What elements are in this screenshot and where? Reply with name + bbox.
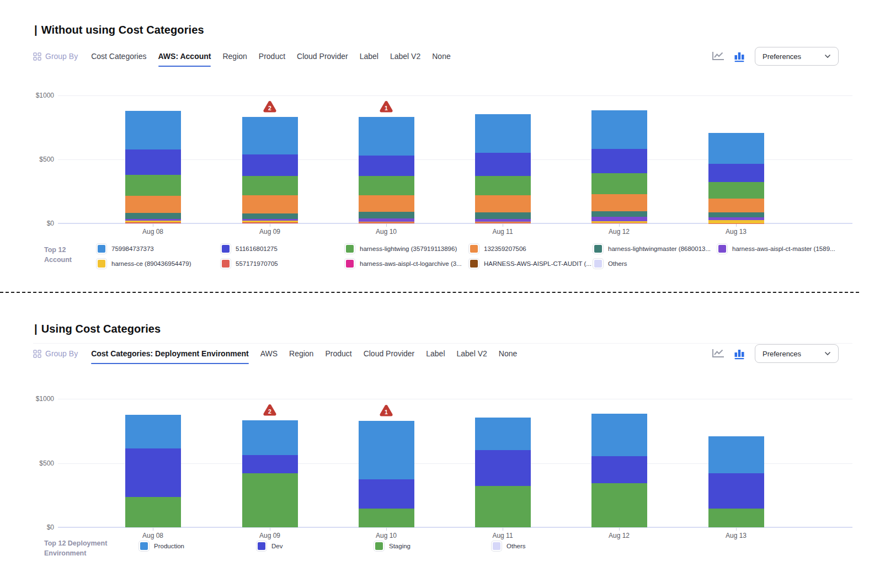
- bar-segment-harness-lightwing-357919113896[interactable]: [359, 176, 414, 195]
- line-chart-icon[interactable]: [712, 50, 725, 62]
- bar-segment-harness-aws-aispl-ct-master-1589[interactable]: [591, 217, 647, 221]
- bar-segment-759984737373[interactable]: [591, 110, 647, 149]
- tab-region[interactable]: Region: [222, 52, 247, 61]
- bar-segment-harness-ce-890436954479[interactable]: [125, 221, 181, 222]
- line-chart-icon[interactable]: [712, 348, 725, 360]
- tab-label-v2[interactable]: Label V2: [457, 349, 487, 359]
- tab-product[interactable]: Product: [259, 52, 285, 61]
- bar-segment-production[interactable]: [125, 415, 181, 449]
- tab-cloud-provider[interactable]: Cloud Provider: [297, 52, 348, 61]
- bar-segment-harness-lightwing-357919113896[interactable]: [591, 173, 647, 194]
- legend-item-harness-lightwing-357919113896[interactable]: harness-lightwing (357919113896): [345, 244, 469, 253]
- tab-aws-account[interactable]: AWS: Account: [158, 52, 211, 61]
- bar-segment-staging[interactable]: [591, 483, 647, 527]
- bar-segment-dev[interactable]: [125, 448, 181, 497]
- bar-segment-132359207506[interactable]: [475, 195, 531, 212]
- bar-segment-759984737373[interactable]: [359, 117, 414, 156]
- bar-segment-132359207506[interactable]: [242, 195, 298, 213]
- bar-segment-staging[interactable]: [475, 486, 531, 527]
- bar-segment-harness-lightwingmaster-8680013[interactable]: [475, 212, 531, 219]
- bar-segment-759984737373[interactable]: [242, 117, 298, 154]
- bar-segment-harness-lightwingmaster-8680013[interactable]: [125, 213, 181, 220]
- legend-item-harness-lightwingmaster-8680013[interactable]: harness-lightwingmaster (8680013...: [593, 244, 717, 253]
- bar-segment-harness-aws-aispl-ct-master-1589[interactable]: [125, 219, 181, 221]
- bar-chart-icon[interactable]: [733, 50, 747, 62]
- legend-item-staging[interactable]: Staging: [374, 541, 492, 550]
- tab-cost-categories[interactable]: Cost Categories: [91, 52, 146, 61]
- bar-segment-557171970705[interactable]: [475, 222, 531, 223]
- legend-item-production[interactable]: Production: [139, 541, 257, 550]
- bar-segment-harness-lightwingmaster-8680013[interactable]: [242, 213, 298, 219]
- anomaly-badge[interactable]: 2: [263, 404, 277, 416]
- bar-segment-staging[interactable]: [359, 509, 414, 527]
- bar-segment-production[interactable]: [591, 414, 647, 456]
- bar-segment-dev[interactable]: [708, 473, 764, 509]
- bar-segment-132359207506[interactable]: [708, 199, 764, 212]
- bar-segment-harness-aws-aispl-ct-master-1589[interactable]: [475, 219, 531, 222]
- anomaly-badge[interactable]: 2: [263, 100, 277, 113]
- legend-item-harness-ce-890436954479[interactable]: harness-ce (890436954479): [97, 259, 221, 268]
- legend-item-harness-aws-aispl-ct-audit[interactable]: HARNESS-AWS-AISPL-CT-AUDIT (...: [469, 259, 593, 268]
- legend-item-dev[interactable]: Dev: [257, 541, 374, 550]
- bar-segment-511616801275[interactable]: [359, 156, 414, 177]
- bar-segment-132359207506[interactable]: [591, 194, 647, 212]
- anomaly-badge[interactable]: 1: [379, 404, 393, 417]
- bar-segment-staging[interactable]: [708, 509, 764, 527]
- bar-segment-132359207506[interactable]: [125, 196, 181, 213]
- bar-segment-harness-ce-890436954479[interactable]: [242, 221, 298, 222]
- bar-segment-harness-lightwingmaster-8680013[interactable]: [591, 211, 647, 217]
- tab-none[interactable]: None: [499, 349, 517, 359]
- bar-segment-harness-lightwing-357919113896[interactable]: [708, 182, 764, 199]
- legend-item-557171970705[interactable]: 557171970705: [221, 259, 345, 268]
- bar-segment-production[interactable]: [475, 418, 531, 450]
- bar-segment-511616801275[interactable]: [475, 153, 531, 176]
- bar-segment-557171970705[interactable]: [591, 223, 647, 223]
- bar-segment-557171970705[interactable]: [242, 222, 298, 223]
- tab-product[interactable]: Product: [325, 349, 351, 359]
- bar-chart-icon[interactable]: [733, 348, 747, 360]
- legend-item-harness-aws-aispl-ct-master-1589[interactable]: harness-aws-aispl-ct-master (1589...: [717, 244, 841, 253]
- bar-segment-staging[interactable]: [242, 473, 298, 527]
- bar-segment-511616801275[interactable]: [591, 149, 647, 173]
- bar-segment-759984737373[interactable]: [475, 114, 531, 153]
- bar-segment-harness-ce-890436954479[interactable]: [708, 220, 764, 223]
- preferences-button-2[interactable]: Preferences: [755, 344, 839, 363]
- bar-segment-132359207506[interactable]: [359, 195, 414, 212]
- bar-segment-511616801275[interactable]: [708, 164, 764, 183]
- bar-segment-harness-lightwing-357919113896[interactable]: [475, 176, 531, 195]
- bar-segment-557171970705[interactable]: [125, 222, 181, 223]
- tab-label-v2[interactable]: Label V2: [390, 52, 420, 61]
- legend-item-others[interactable]: Others: [593, 259, 717, 268]
- tab-cost-categories-deployment-environment[interactable]: Cost Categories: Deployment Environment: [91, 349, 249, 359]
- tab-none[interactable]: None: [432, 52, 450, 61]
- legend-item-511616801275[interactable]: 511616801275: [221, 244, 345, 253]
- bar-segment-harness-aws-aispl-ct-master-1589[interactable]: [359, 218, 414, 222]
- bar-segment-harness-lightwing-357919113896[interactable]: [242, 176, 298, 195]
- bar-segment-759984737373[interactable]: [708, 133, 764, 164]
- legend-item-harness-aws-aispl-ct-logarchive-3[interactable]: harness-aws-aispl-ct-logarchive (3...: [345, 259, 469, 268]
- bar-segment-production[interactable]: [708, 436, 764, 473]
- bar-segment-harness-ce-890436954479[interactable]: [475, 222, 531, 223]
- bar-segment-511616801275[interactable]: [242, 154, 298, 176]
- anomaly-badge[interactable]: 1: [379, 100, 393, 113]
- legend-item-132359207506[interactable]: 132359207506: [469, 244, 593, 253]
- tab-aws[interactable]: AWS: [260, 349, 278, 359]
- bar-segment-production[interactable]: [359, 421, 414, 479]
- bar-segment-dev[interactable]: [242, 455, 298, 473]
- tab-label[interactable]: Label: [426, 349, 445, 359]
- tab-region[interactable]: Region: [289, 349, 313, 359]
- bar-segment-dev[interactable]: [359, 479, 414, 509]
- bar-segment-harness-lightwingmaster-8680013[interactable]: [708, 212, 764, 217]
- bar-segment-harness-aws-aispl-ct-master-1589[interactable]: [242, 219, 298, 221]
- bar-segment-harness-lightwing-357919113896[interactable]: [125, 175, 181, 196]
- legend-item-others[interactable]: Others: [492, 541, 609, 550]
- bar-segment-557171970705[interactable]: [359, 222, 414, 223]
- preferences-button-1[interactable]: Preferences: [755, 47, 839, 66]
- bar-segment-759984737373[interactable]: [125, 111, 181, 149]
- bar-segment-harness-lightwingmaster-8680013[interactable]: [359, 212, 414, 218]
- bar-segment-staging[interactable]: [125, 497, 181, 527]
- bar-segment-511616801275[interactable]: [125, 149, 181, 175]
- bar-segment-dev[interactable]: [591, 456, 647, 483]
- legend-item-759984737373[interactable]: 759984737373: [97, 244, 221, 253]
- tab-label[interactable]: Label: [360, 52, 378, 61]
